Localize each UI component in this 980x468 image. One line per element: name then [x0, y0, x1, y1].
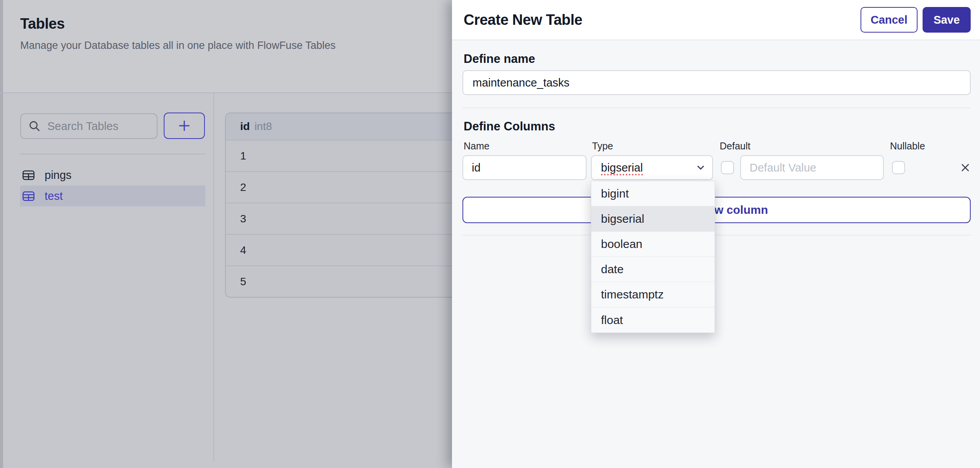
field-label-default: Default: [720, 140, 750, 152]
section-divider: [462, 107, 971, 108]
remove-column-button[interactable]: [958, 161, 972, 175]
chevron-down-icon: [695, 162, 706, 173]
nullable-checkbox[interactable]: [892, 161, 905, 174]
table-name-input[interactable]: [462, 70, 971, 95]
save-button[interactable]: Save: [923, 7, 971, 33]
type-dropdown-option[interactable]: bigserial: [591, 206, 715, 232]
modal-backdrop[interactable]: [0, 0, 452, 468]
field-label-type: Type: [592, 140, 613, 152]
drawer-header: Create New Table Cancel Save: [452, 0, 980, 40]
type-dropdown-menu: bigint bigserial boolean date timestampt…: [591, 181, 715, 333]
field-label-nullable: Nullable: [890, 140, 925, 152]
type-dropdown-option[interactable]: timestamptz: [591, 282, 715, 307]
drawer-actions: Cancel Save: [861, 7, 971, 33]
default-checkbox[interactable]: [721, 161, 734, 174]
type-dropdown-option[interactable]: boolean: [591, 232, 715, 257]
add-column-button[interactable]: Add a new column: [462, 197, 971, 223]
drawer-title: Create New Table: [464, 12, 582, 28]
type-dropdown-option[interactable]: date: [591, 257, 715, 282]
column-type-select[interactable]: bigserial: [591, 155, 713, 180]
column-type-value: bigserial: [601, 161, 643, 174]
field-label-name: Name: [464, 140, 490, 152]
section-divider-2: [462, 235, 971, 236]
column-definition-row: bigserial: [462, 155, 971, 180]
cancel-button[interactable]: Cancel: [861, 7, 918, 33]
define-name-label: Define name: [464, 52, 535, 66]
column-name-input[interactable]: [462, 155, 587, 180]
flowfuse-tables-page: Tables Manage your Database tables all i…: [0, 0, 980, 468]
create-table-drawer: Create New Table Cancel Save Define name…: [452, 0, 980, 468]
close-icon: [959, 162, 971, 173]
define-columns-label: Define Columns: [464, 120, 555, 133]
type-dropdown-option[interactable]: float: [591, 307, 715, 333]
type-dropdown-option[interactable]: bigint: [591, 181, 715, 206]
default-value-input[interactable]: [740, 155, 884, 180]
